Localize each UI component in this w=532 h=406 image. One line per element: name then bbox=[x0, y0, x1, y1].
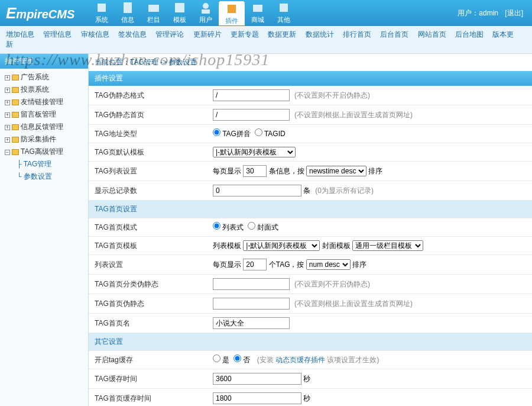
user-icon bbox=[199, 1, 212, 14]
radio-cache-no[interactable]: 否 bbox=[233, 356, 250, 364]
radio-cache-yes[interactable]: 是 bbox=[213, 356, 229, 364]
subnav-item[interactable]: 管理信息 bbox=[43, 30, 72, 38]
nav-plugin[interactable]: 插件 bbox=[219, 1, 245, 25]
home-cls-static-input[interactable] bbox=[213, 278, 290, 290]
svg-rect-7 bbox=[253, 5, 262, 12]
static-home-input[interactable] bbox=[213, 109, 290, 121]
total-input[interactable] bbox=[213, 185, 301, 196]
subnav-item[interactable]: 增加信息 bbox=[6, 30, 34, 38]
subnav-item[interactable]: 数据更新 bbox=[268, 30, 296, 38]
username: admin bbox=[479, 9, 498, 17]
list-cfg-perpage-input[interactable] bbox=[243, 259, 267, 270]
subnav-item[interactable]: 更新碎片 bbox=[193, 30, 222, 38]
radio-listmode[interactable]: 列表式 bbox=[213, 223, 244, 231]
bc-link[interactable]: TAG管理 bbox=[130, 58, 158, 66]
list-perpage-input[interactable] bbox=[243, 165, 267, 177]
nav-mall[interactable]: 商城 bbox=[245, 1, 271, 25]
nav-column[interactable]: 栏目 bbox=[141, 1, 167, 25]
content: 当前位置：TAG管理 -> 参数设置 插件设置 TAG伪静态格式 (不设置则不开… bbox=[89, 54, 532, 406]
logo: EmpireCMS bbox=[0, 4, 89, 22]
home-cache-input[interactable] bbox=[213, 392, 301, 404]
radio-tagid[interactable]: TAGID bbox=[255, 130, 286, 138]
header: EmpireCMS 系统 信息 栏目 模板 用户 插件 商城 其他 用户：adm… bbox=[0, 0, 532, 26]
tree-item[interactable]: +广告系统 bbox=[2, 71, 86, 83]
radio-covermode[interactable]: 封面式 bbox=[248, 223, 278, 231]
tools-icon bbox=[225, 2, 238, 15]
subnav-item[interactable]: 网站首页 bbox=[418, 30, 446, 38]
list-cfg-sort-select[interactable]: num desc bbox=[306, 259, 351, 270]
subnav-item[interactable]: 后台地图 bbox=[455, 30, 484, 38]
tree-item[interactable]: +友情链接管理 bbox=[2, 96, 86, 108]
tree-item[interactable]: +信息反馈管理 bbox=[2, 121, 86, 133]
section-header: 其它设置 bbox=[89, 333, 532, 351]
def-tpl-select[interactable]: |-默认新闻列表模板 bbox=[213, 147, 296, 157]
list-sort-select[interactable]: newstime desc bbox=[306, 166, 366, 176]
subnav-item[interactable]: 审核信息 bbox=[81, 30, 109, 38]
cache-time-input[interactable] bbox=[213, 373, 301, 385]
top-nav: 系统 信息 栏目 模板 用户 插件 商城 其他 bbox=[89, 1, 458, 25]
tree-item[interactable]: −TAG高级管理 bbox=[2, 146, 86, 158]
svg-rect-5 bbox=[202, 9, 210, 14]
folder-icon bbox=[147, 1, 160, 14]
nav-other[interactable]: 其他 bbox=[271, 1, 297, 25]
subnav-item[interactable]: 数据统计 bbox=[306, 30, 334, 38]
svg-rect-6 bbox=[228, 5, 236, 13]
svg-rect-8 bbox=[280, 4, 288, 12]
user-info: 用户：admin [退出] bbox=[458, 8, 532, 18]
svg-point-4 bbox=[203, 3, 209, 9]
nav-template[interactable]: 模板 bbox=[167, 1, 193, 25]
nav-info[interactable]: 信息 bbox=[115, 1, 141, 25]
svg-rect-0 bbox=[98, 4, 106, 12]
section-header: TAG首页设置 bbox=[89, 201, 532, 218]
subnav-item[interactable]: 后台首页 bbox=[380, 30, 408, 38]
form-table: TAG伪静态格式 (不设置则不开启伪静态) TAG伪静态首页 (不设置则根据上面… bbox=[89, 86, 532, 406]
radio-pinyin[interactable]: TAG拼音 bbox=[213, 130, 251, 138]
tree-item[interactable]: +防采集插件 bbox=[2, 133, 86, 146]
subnav-item[interactable]: 签发信息 bbox=[118, 30, 147, 38]
tree: +广告系统 +投票系统 +友情链接管理 +留言板管理 +信息反馈管理 +防采集插… bbox=[0, 69, 88, 185]
home-cover-tpl-select[interactable]: 通用一级栏目模板 bbox=[352, 240, 423, 251]
home-name-input[interactable] bbox=[213, 317, 290, 329]
row-label: TAG伪静态格式 bbox=[89, 86, 207, 105]
subnav-item[interactable]: 管理评论 bbox=[155, 30, 184, 38]
home-static-input[interactable] bbox=[213, 298, 290, 310]
breadcrumb: 当前位置：TAG管理 -> 参数设置 bbox=[89, 54, 532, 71]
nav-user[interactable]: 用户 bbox=[193, 1, 219, 25]
nav-system[interactable]: 系统 bbox=[89, 1, 115, 25]
tree-item[interactable]: +留言板管理 bbox=[2, 108, 86, 121]
sidebar-title: 插件管理 bbox=[0, 54, 88, 69]
subnav: 增加信息 管理信息 审核信息 签发信息 管理评论 更新碎片 更新专题 数据更新 … bbox=[0, 26, 532, 54]
cart-icon bbox=[251, 1, 264, 14]
doc-icon bbox=[121, 1, 134, 14]
subnav-item[interactable]: 排行首页 bbox=[343, 30, 371, 38]
hint: (不设置则不开启伪静态) bbox=[294, 91, 370, 99]
tree-item[interactable]: +投票系统 bbox=[2, 83, 86, 96]
home-list-tpl-select[interactable]: |-默认新闻列表模板 bbox=[243, 240, 320, 251]
tree-sub-tag[interactable]: ├ TAG管理 bbox=[14, 158, 86, 170]
svg-rect-3 bbox=[175, 3, 184, 12]
more-icon bbox=[277, 1, 290, 14]
sidebar: 插件管理 +广告系统 +投票系统 +友情链接管理 +留言板管理 +信息反馈管理 … bbox=[0, 54, 89, 406]
cache-plugin-link[interactable]: 动态页缓存插件 bbox=[275, 356, 325, 364]
subnav-item[interactable]: 更新专题 bbox=[231, 30, 259, 38]
static-fmt-input[interactable] bbox=[213, 89, 290, 101]
tree-sub-param[interactable]: └ 参数设置 bbox=[14, 170, 86, 183]
gear-icon bbox=[95, 1, 108, 14]
logout-link[interactable]: [退出] bbox=[505, 9, 523, 17]
svg-rect-2 bbox=[148, 5, 159, 12]
section-header: 插件设置 bbox=[89, 71, 532, 86]
svg-rect-1 bbox=[124, 2, 132, 13]
window-icon bbox=[173, 1, 186, 14]
